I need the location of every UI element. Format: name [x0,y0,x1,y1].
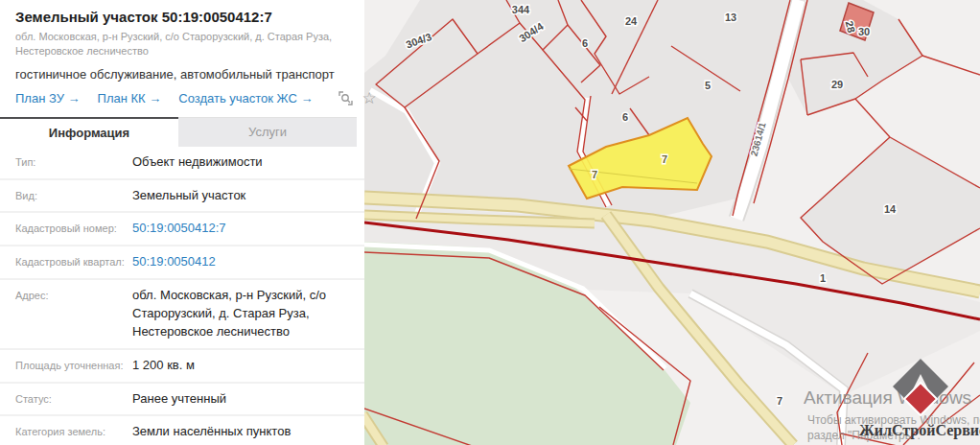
cadastral-map[interactable]: 344 304/4 304/3 24 13 6 6 5 28 30 29 236… [364,0,980,445]
cadastral-number-link[interactable]: 50:19:0050412:7 [132,220,364,238]
table-row: Кадастровый номер: 50:19:0050412:7 [0,213,364,246]
attr-value: 1 200 кв. м [132,357,364,375]
parcel-label: 7 [777,395,782,407]
favorite-star-icon[interactable]: ☆ [362,90,376,107]
attr-value: Ранее учтенный [132,390,364,409]
page-title: Земельный участок 50:19:0050412:7 [15,9,351,25]
attr-value: Земли населённых пунктов [132,423,364,441]
create-zhs-parcel-link[interactable]: Создать участок ЖС → [178,91,313,105]
table-row: Категория земель: Земли населённых пункт… [0,416,364,445]
tab-services[interactable]: Услуги [178,118,357,147]
parcel-label: 14 [884,203,897,215]
table-row: Статус: Ранее учтенный [0,384,364,417]
parcel-label: 5 [705,80,711,91]
attr-value: Земельный участок [132,187,364,205]
parcel-label: 6 [622,111,628,123]
action-links-row: План ЗУ → План КК → Создать участок ЖС →… [15,90,351,107]
watermark-title: Активация Windows [804,387,971,408]
selected-parcel-label: 7 [592,169,597,180]
cadastral-map-app: Земельный участок 50:19:0050412:7 обл. М… [0,0,980,445]
zoom-to-extent-icon[interactable] [338,90,354,107]
parcel-address-subtitle: обл. Московская, р-н Рузский, с/о Старор… [15,30,351,59]
parcel-label: 30 [858,26,870,37]
parcel-label: 24 [625,15,638,27]
parcel-info-panel: Земельный участок 50:19:0050412:7 обл. М… [0,0,364,445]
selected-parcel-label: 7 [662,153,667,165]
attr-value: обл. Московская, р-н Рузский, с/о Старор… [132,287,364,341]
attr-label: Вид: [15,187,132,205]
cadastral-quarter-link[interactable]: 50:19:0050412 [132,253,364,271]
attr-label: Площадь уточненная: [15,357,132,375]
attr-label: Тип: [15,153,132,172]
table-row: Адрес: обл. Московская, р-н Рузский, с/о… [0,280,364,350]
parcel-label: 344 [512,4,530,15]
parcel-label: 13 [725,12,736,23]
logo-text: ЖилСтройСервис [859,422,980,439]
table-row: Площадь уточненная: 1 200 кв. м [0,350,364,384]
table-row: Тип: Объект недвижимости [0,147,364,180]
tab-information[interactable]: Информация [0,117,178,147]
parcel-label: 29 [831,79,843,90]
attr-label: Кадастровый квартал: [15,253,132,271]
attr-label: Категория земель: [15,423,132,441]
plan-kk-link[interactable]: План КК → [98,91,162,105]
panel-header: Земельный участок 50:19:0050412:7 обл. М… [0,0,364,107]
attr-label: Кадастровый номер: [15,220,132,238]
panel-tabs: Информация Услуги [0,117,357,147]
parcel-label: 6 [582,37,588,49]
attr-value: Объект недвижимости [132,153,364,172]
attr-label: Статус: [15,390,132,409]
parcel-label: 1 [820,272,826,284]
table-row: Вид: Земельный участок [0,180,364,214]
plan-zu-link[interactable]: План ЗУ → [15,91,81,105]
permitted-use-text: гостиничное обслуживание, автомобильный … [15,67,351,82]
parcel-attributes-table: Тип: Объект недвижимости Вид: Земельный … [0,147,364,445]
table-row: Кадастровый квартал: 50:19:0050412 [0,246,364,280]
attr-label: Адрес: [15,287,132,341]
